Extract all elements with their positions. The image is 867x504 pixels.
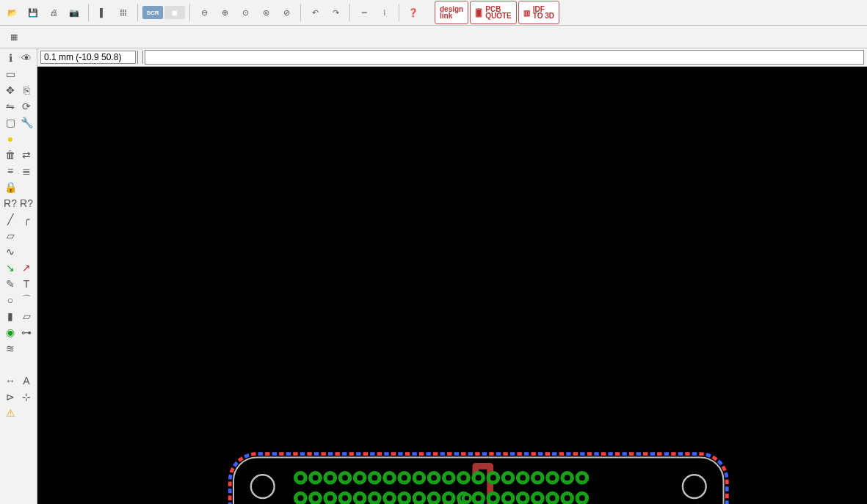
spacer	[18, 340, 35, 357]
svg-point-49	[402, 495, 407, 501]
layers-icon[interactable]: 𝍖	[114, 3, 133, 22]
lock2-icon[interactable]: 🔒	[2, 179, 18, 195]
spacer	[18, 131, 35, 147]
cmd-sep	[137, 51, 143, 64]
redo-icon[interactable]: ↷	[326, 3, 345, 22]
svg-point-115	[565, 495, 570, 501]
lamp-icon[interactable]: ●	[2, 131, 18, 147]
svg-point-97	[520, 495, 526, 501]
coord-bar: 0.1 mm (-10.9 50.8)	[37, 48, 867, 67]
open-icon[interactable]: 📂	[3, 3, 22, 22]
warn-icon[interactable]: ⚠	[2, 405, 18, 421]
lock-icon[interactable]: ≡	[2, 163, 18, 179]
pcb-quote-button[interactable]: 🂠PCB QUOTE	[470, 1, 517, 24]
layer-icon[interactable]: ▭	[2, 66, 18, 82]
spacer	[18, 357, 35, 373]
design-link-button-label: design link	[440, 6, 463, 19]
board-svg[interactable]	[37, 67, 867, 504]
stack-icon[interactable]: ≋	[2, 340, 18, 357]
group-icon[interactable]: ▢	[2, 114, 18, 131]
svg-point-121	[579, 495, 585, 501]
zoom-out-icon[interactable]: ⊖	[195, 3, 214, 22]
svg-point-85	[490, 495, 496, 501]
sym-icon[interactable]: ⊳	[2, 389, 18, 405]
svg-point-46	[402, 475, 407, 481]
zoom-fit-icon[interactable]: ⊙	[236, 3, 255, 22]
idf-3d-button[interactable]: ▥IDF TO 3D	[518, 1, 559, 24]
zoom-redraw-icon[interactable]: ⊘	[277, 3, 296, 22]
label-icon[interactable]: A	[18, 373, 35, 389]
r2-icon[interactable]: R?	[18, 195, 35, 211]
board-canvas[interactable]	[37, 67, 867, 504]
left-tool-panel: ℹ👁▭✥⎘⇋⟳▢🔧●🗑⇄≡≣🔒R?R?╱╭▱∿↘↗✎T○⌒▮▱◉⊶≋↔A⊳⊹⚠	[0, 48, 37, 504]
save-icon[interactable]: 💾	[23, 3, 43, 22]
rotate-icon[interactable]: ⟳	[18, 98, 35, 114]
svg-point-103	[534, 495, 540, 501]
text-icon[interactable]: T	[18, 276, 35, 292]
net-icon[interactable]: ↘	[2, 260, 18, 276]
editor-column: 0.1 mm (-10.9 50.8)	[37, 48, 867, 504]
unlock-icon[interactable]: ≣	[18, 163, 35, 179]
svg-point-13	[313, 495, 319, 501]
zoom-sel-icon[interactable]: ⊚	[256, 3, 275, 22]
svg-point-100	[534, 475, 540, 481]
svg-point-198	[465, 496, 469, 500]
swap-icon[interactable]: ⇄	[18, 147, 35, 163]
help-icon[interactable]: ❓	[404, 3, 423, 22]
svg-point-207	[251, 475, 275, 498]
svg-point-34	[371, 475, 377, 481]
poly-icon[interactable]: ▱	[2, 227, 18, 244]
circle-icon[interactable]: ○	[2, 292, 18, 308]
board-icon[interactable]: ▌	[93, 3, 112, 22]
svg-point-28	[357, 475, 363, 481]
design-link-button[interactable]: design link	[435, 1, 468, 24]
bus-icon[interactable]: ⊶	[18, 324, 35, 340]
svg-point-16	[327, 475, 333, 481]
wave-icon[interactable]: ∿	[2, 244, 18, 260]
net2-icon[interactable]: ↗	[18, 260, 35, 276]
ulp-icon[interactable]: ▦	[164, 6, 185, 19]
move-icon[interactable]: ✥	[2, 82, 18, 98]
copy-icon[interactable]: ⎘	[18, 82, 35, 98]
arc-icon[interactable]: ╭	[18, 211, 35, 227]
page-icon[interactable]: ▱	[18, 308, 35, 324]
svg-point-19	[327, 495, 333, 501]
command-input[interactable]	[145, 50, 864, 65]
svg-point-112	[565, 475, 570, 481]
svg-point-109	[550, 495, 556, 501]
eye-icon[interactable]: 👁	[18, 50, 35, 66]
scr-icon[interactable]: SCR	[142, 6, 163, 19]
svg-point-25	[342, 495, 348, 501]
cam-icon[interactable]: 📷	[65, 3, 84, 22]
svg-point-58	[431, 475, 437, 481]
spacer	[18, 66, 35, 82]
print-icon[interactable]: 🖨	[44, 3, 63, 22]
rect-icon[interactable]: ▮	[2, 308, 18, 324]
via-icon[interactable]: ◉	[2, 324, 18, 340]
svg-point-61	[431, 495, 437, 501]
undo-icon[interactable]: ↶	[305, 3, 324, 22]
main-area: ℹ👁▭✥⎘⇋⟳▢🔧●🗑⇄≡≣🔒R?R?╱╭▱∿↘↗✎T○⌒▮▱◉⊶≋↔A⊳⊹⚠ …	[0, 48, 867, 504]
svg-point-76	[476, 475, 482, 481]
spacer	[18, 227, 35, 244]
pen-icon[interactable]: ✎	[2, 276, 18, 292]
stop-icon[interactable]: ━	[355, 3, 374, 22]
spacer	[18, 179, 35, 195]
svg-point-82	[490, 475, 496, 481]
arc2-icon[interactable]: ⌒	[18, 292, 35, 308]
second-toolbar: ▦	[0, 26, 867, 48]
dim-icon[interactable]: ↔	[2, 373, 18, 389]
line-icon[interactable]: ╱	[2, 211, 18, 227]
mirror-icon[interactable]: ⇋	[2, 98, 18, 114]
r1-icon[interactable]: R?	[2, 195, 18, 211]
zoom-in-icon[interactable]: ⊕	[215, 3, 234, 22]
go-icon[interactable]: ⁞	[375, 3, 394, 22]
info-icon[interactable]: ℹ	[2, 50, 18, 66]
pcb-quote-button-label: PCB QUOTE	[485, 6, 512, 19]
grid-icon[interactable]: ▦	[4, 27, 23, 46]
svg-point-4	[297, 475, 303, 481]
probe-icon[interactable]: ⊹	[18, 389, 35, 405]
wrench-icon[interactable]: 🔧	[18, 114, 35, 131]
top-toolbar: 📂💾🖨📷▌𝍖SCR▦⊖⊕⊙⊚⊘↶↷━⁞❓design link🂠PCB QUOT…	[0, 0, 867, 26]
trash-icon[interactable]: 🗑	[2, 147, 18, 163]
